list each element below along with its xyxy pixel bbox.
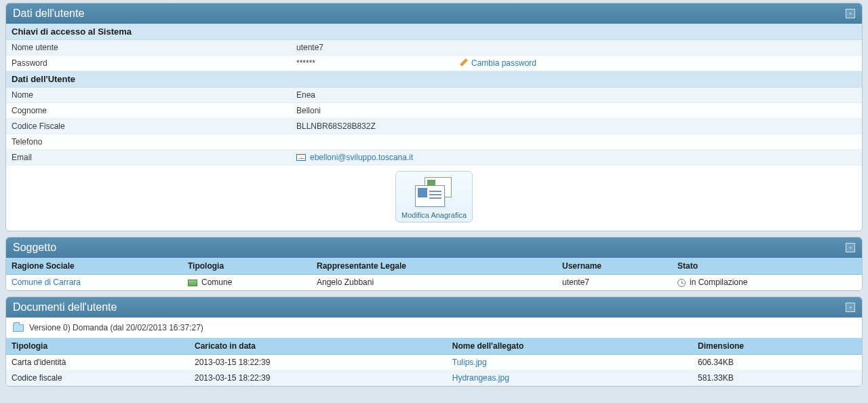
username-row: Nome utente utente7: [6, 40, 862, 56]
doc-nome-link[interactable]: Tulips.jpg: [452, 358, 487, 367]
doc-caricato: 2013-03-15 18:22:39: [189, 370, 447, 386]
doc-dimensione: 581.33KB: [692, 370, 862, 386]
table-row: Codice fiscale2013-03-15 18:22:39Hydrang…: [6, 370, 862, 386]
table-row: Carta d'identità2013-03-15 18:22:39Tulip…: [6, 355, 862, 370]
doc-nome-link[interactable]: Hydrangeas.jpg: [452, 373, 509, 383]
password-value: ******: [296, 58, 459, 68]
rappresentante-value: Angelo Zubbani: [311, 275, 557, 290]
username-label: Nome utente: [12, 43, 296, 52]
user-data-title: Dati dell'utente: [13, 7, 84, 20]
col-tipologia: Tipologia: [182, 258, 311, 275]
folder-icon: [13, 324, 24, 332]
phone-row: Telefono: [6, 134, 862, 150]
stato-value: in Compilazione: [690, 277, 747, 287]
documents-panel: Documenti dell'utente ▫ Versione 0) Doma…: [5, 296, 863, 387]
email-link[interactable]: ebelloni@sviluppo.toscana.it: [310, 153, 413, 162]
col-ragione: Ragione Sociale: [6, 258, 182, 275]
vcard-icon: [415, 177, 453, 207]
surname-row: Cognome Belloni: [6, 103, 862, 119]
ragione-link[interactable]: Comune di Carrara: [12, 277, 81, 287]
documents-title: Documenti dell'utente: [13, 301, 117, 313]
fiscal-row: Codice Fiscale BLLNBR68S28B832Z: [6, 119, 862, 134]
documents-table: Tipologia Caricato in data Nome dell'all…: [6, 338, 862, 386]
col-doc-dimensione: Dimensione: [692, 338, 862, 355]
subject-title: Soggetto: [13, 242, 56, 254]
doc-tipologia: Carta d'identità: [6, 355, 189, 370]
version-text: Versione 0) Domanda (dal 20/02/2013 16:3…: [29, 323, 203, 332]
documents-panel-header: Documenti dell'utente ▫: [6, 297, 862, 318]
col-doc-tipologia: Tipologia: [6, 338, 189, 355]
password-label: Password: [12, 58, 296, 68]
phone-value: [296, 137, 856, 147]
collapse-icon[interactable]: ▫: [846, 303, 855, 312]
pencil-icon: [459, 58, 469, 68]
email-row: Email ebelloni@sviluppo.toscana.it: [6, 150, 862, 166]
name-row: Nome Enea: [6, 88, 862, 103]
collapse-icon[interactable]: ▫: [846, 9, 855, 18]
username-value: utente7: [296, 43, 576, 52]
subject-table: Ragione Sociale Tipologia Rappresentante…: [6, 258, 862, 290]
col-doc-nome: Nome dell'allegato: [447, 338, 692, 355]
phone-label: Telefono: [12, 137, 296, 147]
version-row: Versione 0) Domanda (dal 20/02/2013 16:3…: [6, 318, 862, 338]
tipologia-value: Comune: [201, 277, 232, 287]
user-details-subheader: Dati dell'Utente: [6, 71, 862, 88]
subject-panel: Soggetto ▫ Ragione Sociale Tipologia Rap…: [5, 237, 863, 291]
name-label: Nome: [12, 90, 296, 100]
doc-caricato: 2013-03-15 18:22:39: [189, 355, 447, 370]
doc-tipologia: Codice fiscale: [6, 370, 189, 386]
clock-icon: [677, 279, 686, 287]
modify-anagrafica-button[interactable]: Modifica Anagrafica: [395, 171, 473, 223]
modify-anagrafica-label: Modifica Anagrafica: [401, 211, 467, 219]
change-password-link[interactable]: Cambia password: [471, 58, 536, 68]
user-data-panel-header: Dati dell'utente ▫: [6, 3, 862, 24]
surname-label: Cognome: [12, 106, 296, 115]
doc-dimensione: 606.34KB: [692, 355, 862, 370]
fiscal-value: BLLNBR68S28B832Z: [296, 121, 856, 131]
col-stato: Stato: [672, 258, 862, 275]
envelope-icon: [296, 154, 306, 161]
surname-value: Belloni: [296, 106, 856, 115]
table-row: Comune di Carrara Comune Angelo Zubbani …: [6, 275, 862, 290]
subject-panel-header: Soggetto ▫: [6, 237, 862, 258]
name-value: Enea: [296, 90, 856, 100]
access-keys-subheader: Chiavi di accesso al Sistema: [6, 24, 862, 40]
password-row: Password ****** Cambia password: [6, 56, 862, 71]
username-value: utente7: [557, 275, 672, 290]
user-data-panel: Dati dell'utente ▫ Chiavi di accesso al …: [5, 3, 863, 231]
collapse-icon[interactable]: ▫: [846, 243, 855, 252]
email-label: Email: [12, 153, 296, 162]
col-username: Username: [557, 258, 672, 275]
col-doc-caricato: Caricato in data: [189, 338, 447, 355]
col-rappresentante: Rappresentante Legale: [311, 258, 557, 275]
comune-icon: [188, 280, 197, 286]
modify-anagrafica-wrap: Modifica Anagrafica: [6, 166, 862, 231]
fiscal-label: Codice Fiscale: [12, 121, 296, 131]
